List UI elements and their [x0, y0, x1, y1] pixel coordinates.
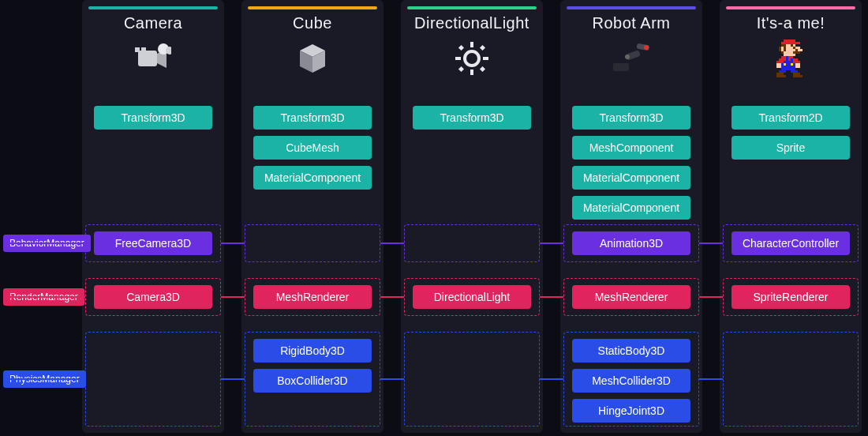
render-component-pill: MeshRenderer	[572, 285, 690, 309]
behavior-manager-cell: FreeCamera3D	[85, 224, 221, 262]
svg-rect-31	[788, 42, 791, 44]
svg-rect-113	[791, 66, 793, 68]
data-component-pill: Transform3D	[572, 106, 690, 130]
svg-rect-102	[788, 63, 791, 66]
svg-rect-128	[795, 70, 798, 73]
svg-rect-24	[786, 39, 788, 42]
render-manager-cell: MeshRenderer	[563, 278, 699, 316]
svg-rect-59	[798, 49, 800, 51]
svg-rect-29	[784, 42, 786, 44]
svg-rect-26	[791, 39, 793, 42]
svg-rect-11	[470, 70, 473, 75]
mario-icon	[720, 39, 862, 78]
svg-rect-92	[788, 61, 791, 63]
svg-rect-63	[786, 51, 788, 54]
physics-component-pill: HingeJoint3D	[572, 399, 690, 423]
svg-rect-104	[793, 63, 795, 66]
svg-rect-78	[791, 56, 793, 58]
behavior-manager-cell: Animation3D	[563, 224, 699, 262]
data-component-pill: Sprite	[731, 136, 850, 160]
svg-rect-87	[776, 61, 779, 63]
entity-title: Cube	[241, 14, 383, 32]
svg-rect-13	[483, 57, 488, 60]
svg-rect-131	[781, 73, 784, 75]
svg-rect-118	[784, 68, 786, 70]
svg-rect-62	[784, 51, 786, 54]
svg-rect-82	[786, 58, 788, 61]
svg-point-21	[644, 45, 649, 50]
svg-rect-70	[786, 54, 788, 56]
svg-rect-98	[779, 63, 781, 66]
svg-rect-110	[784, 66, 786, 68]
svg-rect-112	[788, 66, 791, 68]
svg-rect-76	[786, 56, 788, 58]
svg-rect-88	[779, 61, 781, 63]
render-manager-connector	[221, 296, 245, 298]
svg-rect-138	[784, 75, 786, 77]
svg-rect-84	[791, 58, 793, 61]
svg-rect-61	[781, 51, 784, 54]
data-component-pill: Transform3D	[94, 106, 212, 130]
entity-color-bar	[567, 6, 696, 9]
svg-rect-73	[793, 54, 795, 56]
physics-manager-cell: RigidBody3DBoxCollider3D	[245, 332, 380, 427]
svg-rect-43	[781, 47, 784, 49]
physics-manager-cell: StaticBody3DMeshCollider3DHingeJoint3D	[563, 332, 699, 427]
svg-rect-86	[795, 58, 798, 61]
svg-rect-124	[781, 70, 784, 73]
entity-title: It's-a me!	[720, 14, 862, 32]
svg-rect-133	[795, 73, 798, 75]
robot-icon	[560, 39, 702, 78]
entity-color-bar	[88, 6, 218, 9]
svg-rect-23	[784, 39, 786, 42]
physics-component-pill: BoxCollider3D	[253, 369, 372, 393]
svg-rect-140	[795, 75, 798, 77]
svg-rect-46	[788, 47, 791, 49]
svg-rect-48	[793, 47, 795, 49]
svg-rect-53	[784, 49, 786, 51]
svg-rect-90	[784, 61, 786, 63]
behavior-manager-connector	[221, 242, 245, 244]
svg-rect-89	[781, 61, 784, 63]
svg-rect-67	[795, 51, 798, 54]
svg-rect-45	[786, 47, 788, 49]
data-component-pill: Transform3D	[253, 106, 372, 130]
svg-rect-126	[791, 70, 793, 73]
svg-rect-14	[458, 45, 464, 51]
render-manager-cell: DirectionalLight	[404, 278, 540, 316]
svg-rect-74	[781, 56, 784, 58]
svg-rect-18	[613, 63, 629, 71]
data-component-pill: MaterialComponent	[572, 196, 690, 220]
svg-rect-35	[798, 42, 800, 44]
render-manager-cell: MeshRenderer	[245, 278, 380, 316]
svg-rect-100	[784, 63, 786, 66]
svg-rect-0	[138, 51, 157, 66]
svg-rect-38	[786, 44, 788, 47]
behavior-manager-connector	[3, 242, 85, 244]
svg-point-9	[465, 51, 479, 66]
svg-rect-47	[791, 47, 793, 49]
physics-component-pill: StaticBody3D	[572, 339, 690, 363]
svg-rect-95	[795, 61, 798, 63]
render-component-pill: Camera3D	[94, 285, 212, 309]
svg-rect-127	[793, 70, 795, 73]
svg-rect-114	[793, 66, 795, 68]
svg-rect-68	[798, 51, 800, 54]
svg-rect-141	[798, 75, 800, 77]
svg-rect-65	[791, 51, 793, 54]
svg-rect-41	[793, 44, 795, 47]
render-manager-cell: SpriteRenderer	[723, 278, 859, 316]
data-component-pill: Transform3D	[413, 106, 531, 130]
behavior-component-pill: CharacterController	[731, 231, 850, 255]
svg-rect-123	[779, 70, 781, 73]
svg-rect-99	[781, 63, 784, 66]
svg-rect-42	[779, 47, 781, 49]
svg-rect-108	[779, 66, 781, 68]
svg-rect-103	[791, 63, 793, 66]
render-manager-connector	[699, 296, 723, 298]
svg-rect-130	[779, 73, 781, 75]
svg-rect-32	[791, 42, 793, 44]
physics-component-pill: MeshCollider3D	[572, 369, 690, 393]
svg-rect-85	[793, 58, 795, 61]
svg-rect-37	[784, 44, 786, 47]
